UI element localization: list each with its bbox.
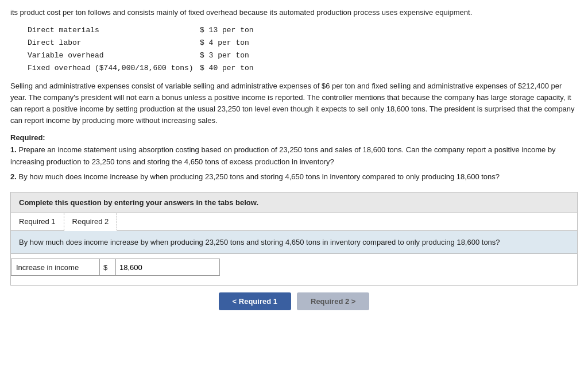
cost-value-2: $ 4 per ton xyxy=(200,37,269,49)
income-input[interactable] xyxy=(116,259,220,276)
cost-row-4: Fixed overhead ($744,000/18,600 tons) $ … xyxy=(28,62,578,75)
cost-label-1: Direct materials xyxy=(28,24,200,37)
tab-required-1[interactable]: Required 1 xyxy=(11,213,64,230)
req1-body: Prepare an income statement using absorp… xyxy=(10,145,556,165)
tabs-container: Required 1 Required 2 By how much does i… xyxy=(10,213,578,286)
cost-value-1: $ 13 per ton xyxy=(200,24,269,37)
tab2-content-area: By how much does income increase by when… xyxy=(11,231,577,255)
cost-table: Direct materials $ 13 per ton Direct lab… xyxy=(28,24,578,75)
answer-label: Increase in income xyxy=(11,259,100,276)
top-paragraph: its product cost per ton follows and con… xyxy=(10,7,578,18)
answer-row: Increase in income $ xyxy=(11,259,571,279)
cost-row-2: Direct labor $ 4 per ton xyxy=(28,37,578,49)
tabs-row: Required 1 Required 2 xyxy=(11,213,577,231)
nav-buttons: < Required 1 Required 2 > xyxy=(10,292,578,310)
prev-button[interactable]: < Required 1 xyxy=(219,292,291,310)
complete-box: Complete this question by entering your … xyxy=(10,192,578,213)
cost-label-4: Fixed overhead ($744,000/18,600 tons) xyxy=(28,62,200,75)
cost-row-3: Variable overhead $ 3 per ton xyxy=(28,49,578,62)
cost-label-2: Direct labor xyxy=(28,37,200,49)
required-1-text: 1. Prepare an income statement using abs… xyxy=(10,144,578,167)
cost-label-3: Variable overhead xyxy=(28,49,200,62)
next-button[interactable]: Required 2 > xyxy=(297,292,369,310)
req2-body: By how much does income increase by when… xyxy=(18,172,500,181)
cost-row-1: Direct materials $ 13 per ton xyxy=(28,24,578,37)
required-header: Required: xyxy=(10,133,578,142)
req2-num: 2. xyxy=(10,172,17,181)
req1-num: 1. xyxy=(10,145,17,154)
main-paragraph: Selling and administrative expenses cons… xyxy=(10,80,578,127)
page-container: its product cost per ton follows and con… xyxy=(0,0,588,370)
tab2-question-text: By how much does income increase by when… xyxy=(19,237,569,248)
dollar-sign: $ xyxy=(100,259,116,276)
required-2-text: 2. By how much does income increase by w… xyxy=(10,171,578,183)
complete-box-text: Complete this question by entering your … xyxy=(19,198,258,207)
cost-value-4: $ 40 per ton xyxy=(200,62,269,75)
cost-value-3: $ 3 per ton xyxy=(200,49,269,62)
tab-required-2[interactable]: Required 2 xyxy=(64,213,118,231)
